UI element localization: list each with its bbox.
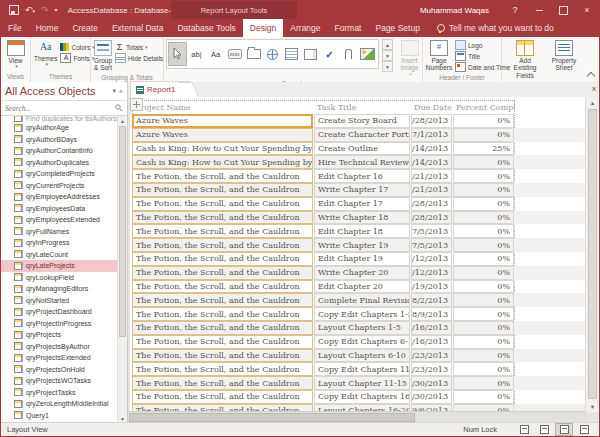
report-cell-percent-complete[interactable]: 0% (453, 266, 514, 280)
ribbon-tab-external-data[interactable]: External Data (105, 19, 171, 37)
nav-item-qrylookupfield[interactable]: qryLookupField (1, 272, 118, 284)
report-row[interactable]: The Potion, the Scroll, and the Cauldron… (132, 238, 586, 252)
undo-icon[interactable]: ↶▾ (25, 6, 35, 15)
scroll-up-icon[interactable]: ▲ (586, 97, 599, 108)
group-sort-button[interactable]: Group & Sort (93, 39, 113, 73)
report-cell-due-date[interactable]: 8/23/2013 (411, 362, 452, 376)
report-cell-task[interactable]: Copy Edit Chapters 11-15 (314, 362, 410, 376)
report-cell-percent-complete[interactable]: 0% (453, 293, 514, 307)
nav-item-find-duplicates-for-tblauthors[interactable]: Find duplicates for tblAuthors (1, 116, 118, 122)
insert-image-button[interactable]: Insert Image▾ (399, 39, 420, 79)
column-header-task[interactable]: Task Title (314, 103, 411, 112)
list-box-control-icon[interactable] (282, 42, 301, 66)
report-row[interactable]: The Potion, the Scroll, and the Cauldron… (132, 280, 586, 294)
nav-item-qrycompletedprojects[interactable]: qryCompletedProjects (1, 168, 118, 180)
report-cell-due-date[interactable]: 8/16/2013 (411, 335, 452, 349)
report-cell-due-date[interactable]: 6/28/2013 (411, 114, 452, 128)
hyperlink-control-icon[interactable] (263, 42, 282, 66)
nav-item-qryemployeesdata[interactable]: qryEmployeesData (1, 203, 118, 215)
horizontal-scroll-thumb[interactable] (129, 413, 415, 422)
report-cell-task[interactable]: Complete Final Revisions (314, 293, 410, 307)
report-row[interactable]: The Potion, the Scroll, and the Cauldron… (132, 197, 586, 211)
report-row[interactable]: Azure WavesCreate Story Board6/28/20130% (132, 114, 586, 128)
report-cell-due-date[interactable]: 6/21/2013 (411, 169, 452, 183)
nav-menu-chevron-icon[interactable]: ▾ (113, 87, 117, 95)
add-existing-fields-button[interactable]: Add Existing Fields (506, 39, 544, 80)
report-cell-due-date[interactable]: 8/9/2013 (411, 307, 452, 321)
report-cell-project[interactable]: Cash is King: How to Cut Your Spending b… (132, 142, 313, 156)
report-row[interactable]: The Potion, the Scroll, and the Cauldron… (132, 321, 586, 335)
nav-item-query1[interactable]: Query1 (1, 410, 118, 422)
nav-item-qryprojects[interactable]: qryProjects (1, 329, 118, 341)
fonts-button[interactable]: AFonts▾ (60, 53, 94, 63)
redo-icon[interactable]: ↷ (41, 6, 49, 15)
report-cell-task[interactable]: Copy Edit Chapters 1-5 (314, 307, 410, 321)
report-cell-project[interactable]: The Potion, the Scroll, and the Cauldron (132, 376, 313, 390)
report-view-button[interactable] (515, 423, 533, 436)
close-button[interactable]: × (575, 1, 599, 19)
nav-item-qryfullnames[interactable]: qryFullNames (1, 226, 118, 238)
report-cell-due-date[interactable]: 8/23/2013 (411, 349, 452, 363)
image-control-control-icon[interactable] (358, 42, 377, 66)
help-button[interactable]: ? (503, 1, 527, 19)
report-cell-percent-complete[interactable]: 0% (453, 307, 514, 321)
report-cell-task[interactable]: Edit Chapter 16 (314, 169, 410, 183)
report-row[interactable]: The Potion, the Scroll, and the Cauldron… (132, 266, 586, 280)
minimize-button[interactable] (527, 1, 551, 19)
report-cell-project[interactable]: The Potion, the Scroll, and the Cauldron (132, 349, 313, 363)
report-cell-percent-complete[interactable]: 0% (453, 224, 514, 238)
nav-item-qryemployeesextended[interactable]: qryEmployeesExtended (1, 214, 118, 226)
report-row[interactable]: The Potion, the Scroll, and the Cauldron… (132, 211, 586, 225)
report-cell-project[interactable]: The Potion, the Scroll, and the Cauldron (132, 266, 313, 280)
nav-item-qrycurrentprojects[interactable]: qryCurrentProjects (1, 180, 118, 192)
report-cell-due-date[interactable]: 6/14/2013 (411, 142, 452, 156)
report-cell-task[interactable]: Write Chapter 19 (314, 238, 410, 252)
column-header-due[interactable]: Due Date (411, 103, 453, 112)
report-cell-task[interactable]: Layout Chapter 11-15 (314, 376, 410, 390)
report-cell-due-date[interactable]: 8/16/2013 (411, 321, 452, 335)
nav-scroll-thumb[interactable] (119, 126, 126, 337)
nav-item-qrylateprojects[interactable]: qryLateProjects (1, 260, 118, 272)
gallery-down-icon[interactable]: ▼ (382, 50, 393, 61)
report-cell-project[interactable]: Cash is King: How to Cut Your Spending b… (132, 155, 313, 169)
report-cell-task[interactable]: Edit Chapter 18 (314, 224, 410, 238)
nav-item-qryauthorage[interactable]: qryAuthorAge (1, 122, 118, 134)
report-cell-task[interactable]: Create Character Portraits (314, 128, 410, 142)
ribbon-tab-file[interactable]: File (1, 19, 29, 37)
report-row[interactable]: The Potion, the Scroll, and the Cauldron… (132, 307, 586, 321)
tab-control-control-icon[interactable] (244, 42, 263, 66)
report-cell-percent-complete[interactable]: 0% (453, 362, 514, 376)
ribbon-tab-format[interactable]: Format (328, 19, 369, 37)
report-cell-task[interactable]: Write Chapter 20 (314, 266, 410, 280)
nav-scroll-up-icon[interactable]: ▲ (118, 116, 127, 125)
design-view-button[interactable] (575, 423, 593, 436)
report-cell-percent-complete[interactable]: 0% (453, 390, 514, 404)
ribbon-tab-create[interactable]: Create (65, 19, 105, 37)
tell-me-box[interactable]: Tell me what you want to do (437, 19, 554, 37)
print-preview-button[interactable] (535, 423, 553, 436)
report-cell-task[interactable]: Layout Chapters 1-5 (314, 321, 410, 335)
nav-item-qrylatecount[interactable]: qryLateCount (1, 249, 118, 261)
nav-item-qryprojectdashboard[interactable]: qryProjectDashboard (1, 306, 118, 318)
maximize-button[interactable] (551, 1, 575, 19)
report-row[interactable]: The Potion, the Scroll, and the Cauldron… (132, 183, 586, 197)
report-cell-task[interactable]: Edit Chapter 17 (314, 197, 410, 211)
report-row[interactable]: The Potion, the Scroll, and the Cauldron… (132, 362, 586, 376)
report-cell-project[interactable]: The Potion, the Scroll, and the Cauldron (132, 321, 313, 335)
nav-item-qrymanagingeditors[interactable]: qryManagingEditors (1, 283, 118, 295)
report-cell-percent-complete[interactable]: 0% (453, 197, 514, 211)
report-cell-due-date[interactable]: 8/30/2013 (411, 376, 452, 390)
close-object-icon[interactable]: x (592, 84, 596, 93)
report-cell-percent-complete[interactable]: 0% (453, 114, 514, 128)
nav-scrollbar[interactable]: ▲ ▼ (117, 116, 127, 423)
nav-item-qryzerolengthmiddleinitial[interactable]: qryZeroLengthMiddleInitial (1, 398, 118, 410)
report-cell-percent-complete[interactable]: 25% (453, 142, 514, 156)
hide-details-button[interactable]: Hide Details (115, 53, 163, 63)
report-row[interactable]: The Potion, the Scroll, and the Cauldron… (132, 376, 586, 390)
report-cell-percent-complete[interactable]: 0% (453, 376, 514, 390)
report-cell-task[interactable]: Edit Chapter 20 (314, 280, 410, 294)
ribbon-tab-page-setup[interactable]: Page Setup (368, 19, 426, 37)
ribbon-tab-database-tools[interactable]: Database Tools (170, 19, 242, 37)
report-cell-task[interactable]: Copy Edit Chapters 6-10 (314, 335, 410, 349)
nav-item-qryprojectsonhold[interactable]: qryProjectsOnHold (1, 364, 118, 376)
